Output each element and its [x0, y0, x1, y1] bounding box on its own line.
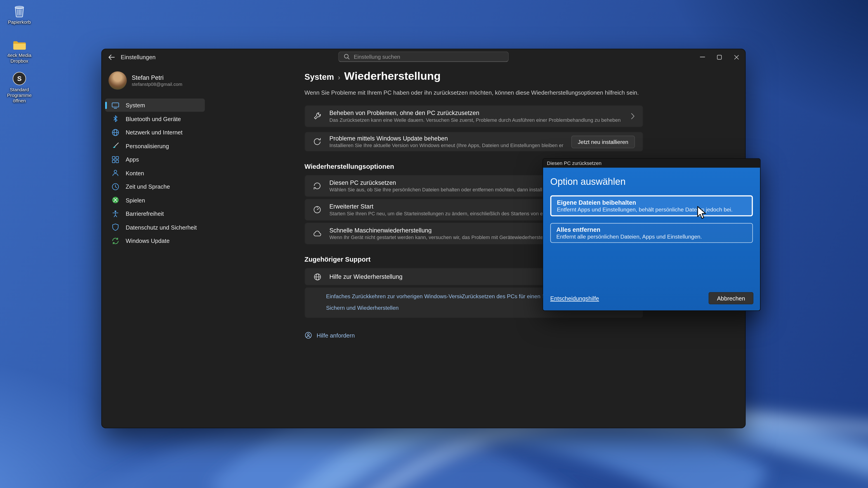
support-link[interactable]: Einfaches Zurückkehren zur vorherigen Wi…	[326, 293, 462, 299]
sidebar-item-label: Spielen	[126, 197, 145, 203]
window-title: Einstellungen	[121, 54, 156, 60]
headset-icon	[305, 331, 312, 339]
minimize-icon	[700, 54, 705, 60]
reinstall-now-button[interactable]: Jetzt neu installieren	[571, 135, 635, 148]
sidebar: Stefan Petri stefanstp08@gmail.com Syste…	[105, 65, 205, 248]
sidebar-item-bluetooth[interactable]: Bluetooth und Geräte	[105, 112, 205, 125]
time-language-icon	[111, 182, 120, 191]
mouse-cursor	[697, 206, 708, 220]
search-placeholder: Einstellung suchen	[354, 54, 400, 60]
desktop: Papierkorb 4eck Media Dropbox S Standard…	[0, 0, 868, 488]
maximize-button[interactable]	[711, 49, 728, 65]
back-button[interactable]	[102, 49, 121, 65]
keep-my-files-option[interactable]: Eigene Dateien beibehalten Entfernt Apps…	[550, 195, 753, 216]
breadcrumb-system[interactable]: System	[305, 72, 334, 81]
sidebar-item-time-language[interactable]: Zeit und Sprache	[105, 180, 205, 193]
troubleshoot-card[interactable]: Beheben von Problemen, ohne den PC zurüc…	[305, 105, 643, 127]
letter-s: S	[13, 72, 26, 85]
remove-everything-option[interactable]: Alles entfernen Entfernt alle persönlich…	[550, 223, 753, 243]
sidebar-item-label: Apps	[126, 156, 139, 163]
accounts-icon	[111, 169, 120, 177]
accessibility-icon	[111, 209, 120, 218]
card-description: Das Zurücksetzen kann eine Weile dauern.…	[329, 117, 623, 123]
window-controls	[694, 49, 745, 65]
card-title: Beheben von Problemen, ohne den PC zurüc…	[329, 109, 623, 116]
chevron-right-icon	[631, 113, 635, 120]
sidebar-item-label: Personalisierung	[126, 142, 169, 149]
sidebar-item-accounts[interactable]: Konten	[105, 166, 205, 180]
sidebar-item-network[interactable]: Netzwerk und Internet	[105, 126, 205, 139]
advanced-startup-icon	[313, 205, 322, 214]
desktop-icon-recycle-bin[interactable]: Papierkorb	[1, 3, 38, 25]
cloud-icon	[313, 229, 322, 238]
option-title: Eigene Dateien beibehalten	[557, 199, 746, 206]
folder-icon	[13, 37, 26, 51]
card-title: Probleme mittels Windows Update beheben	[329, 135, 563, 142]
desktop-icon-label: 4eck Media Dropbox	[1, 53, 38, 64]
network-icon	[111, 128, 120, 136]
cancel-button[interactable]: Abbrechen	[709, 292, 753, 304]
desktop-icon-label: Papierkorb	[8, 20, 31, 25]
account-row[interactable]: Stefan Petri stefanstp08@gmail.com	[105, 65, 205, 92]
reinstall-icon	[313, 137, 322, 146]
option-description: Entfernt Apps und Einstellungen, behält …	[557, 206, 746, 213]
wrench-icon	[313, 112, 322, 121]
sidebar-item-label: Datenschutz und Sicherheit	[126, 224, 197, 230]
maximize-icon	[717, 55, 722, 59]
desktop-icon-standard-programs[interactable]: S Standard Programme öffnen	[1, 71, 38, 103]
close-icon	[734, 55, 739, 59]
sidebar-item-label: Netzwerk und Internet	[126, 129, 183, 135]
page-description: Wenn Sie Probleme mit Ihrem PC haben ode…	[305, 89, 643, 96]
system-icon	[111, 101, 120, 109]
get-help-link[interactable]: Hilfe anfordern	[305, 331, 643, 339]
sidebar-item-system[interactable]: System	[105, 98, 205, 112]
apps-icon	[111, 155, 120, 164]
search-icon	[344, 54, 350, 60]
globe-icon	[313, 272, 322, 281]
option-title: Alles entfernen	[556, 226, 747, 233]
desktop-icon-label: Standard Programme öffnen	[1, 87, 38, 103]
bluetooth-icon	[111, 115, 120, 123]
search-input[interactable]: Einstellung suchen	[338, 52, 508, 62]
sidebar-item-windows-update[interactable]: Windows Update	[105, 234, 205, 248]
dialog-heading: Option auswählen	[550, 168, 753, 188]
sidebar-item-label: Zeit und Sprache	[126, 183, 170, 190]
selected-accent-pill	[105, 101, 107, 109]
sidebar-item-label: System	[126, 102, 145, 108]
page-title: Wiederherstellung	[344, 70, 441, 83]
avatar	[108, 71, 127, 90]
sidebar-item-gaming[interactable]: Spielen	[105, 193, 205, 207]
get-help-label: Hilfe anfordern	[317, 332, 355, 338]
dialog-title: Diesen PC zurücksetzen	[547, 160, 601, 166]
sidebar-nav: System Bluetooth und Geräte Netzwerk und…	[105, 98, 205, 248]
sidebar-item-accessibility[interactable]: Barrierefreiheit	[105, 207, 205, 220]
sidebar-item-label: Windows Update	[126, 237, 169, 244]
titlebar: Einstellungen Einstellung suchen	[102, 49, 745, 65]
user-email: stefanstp08@gmail.com	[132, 81, 182, 87]
desktop-icon-dropbox-folder[interactable]: 4eck Media Dropbox	[1, 37, 38, 64]
reset-icon	[313, 182, 322, 190]
breadcrumb: System › Wiederherstellung	[305, 70, 643, 83]
recycle-bin-icon	[13, 3, 26, 18]
dialog-titlebar[interactable]: Diesen PC zurücksetzen	[543, 159, 760, 168]
close-button[interactable]	[728, 49, 745, 65]
option-description: Entfernt alle persönlichen Dateien, Apps…	[556, 233, 747, 239]
letter-badge-icon: S	[13, 71, 26, 85]
gaming-icon	[111, 196, 120, 204]
sidebar-item-apps[interactable]: Apps	[105, 153, 205, 166]
personalization-icon	[111, 142, 120, 150]
windows-update-icon	[111, 236, 120, 245]
dialog-footer: Entscheidungshilfe Abbrechen	[550, 292, 753, 304]
dialog-body: Option auswählen Eigene Dateien beibehal…	[543, 168, 760, 311]
chevron-right-icon: ›	[338, 73, 340, 81]
sidebar-item-personalization[interactable]: Personalisierung	[105, 139, 205, 153]
sidebar-item-label: Barrierefreiheit	[126, 210, 164, 217]
support-link[interactable]: Sichern und Wiederherstellen	[326, 305, 462, 311]
minimize-button[interactable]	[694, 49, 711, 65]
privacy-icon	[111, 223, 120, 231]
windows-update-fix-card: Probleme mittels Windows Update beheben …	[305, 132, 643, 152]
sidebar-item-privacy[interactable]: Datenschutz und Sicherheit	[105, 221, 205, 234]
sidebar-item-label: Konten	[126, 170, 144, 176]
decision-help-link[interactable]: Entscheidungshilfe	[550, 295, 599, 301]
user-name: Stefan Petri	[132, 74, 182, 80]
